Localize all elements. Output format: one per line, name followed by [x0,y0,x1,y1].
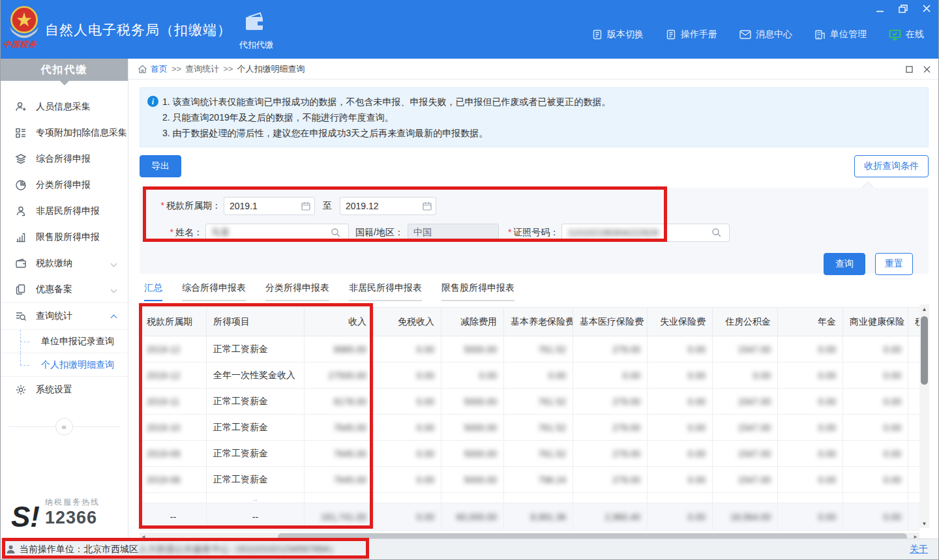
notice-panel: i 1. 该查询统计表仅能查询已申报成功的数据，不包含未申报、申报失败，已申报但… [140,87,929,147]
period-to-field[interactable] [340,197,436,215]
sidebar-item-special-deduction[interactable]: 专项附加扣除信息采集 [1,120,128,146]
table-cell [140,493,207,503]
sidebar-item-restricted-shares[interactable]: 限售股所得申报 [1,224,128,250]
period-to-input[interactable] [340,198,436,214]
online-status[interactable]: 在线 [889,29,924,40]
menu-message-center[interactable]: 消息中心 [739,29,792,40]
sidebar-item-system-settings[interactable]: 系统设置 [1,377,128,403]
sidebar-item-label: 分类所得申报 [36,179,91,191]
about-link[interactable]: 关于 [910,544,928,555]
sidebar-collapse-button[interactable]: « [55,418,73,435]
menu-manual[interactable]: 操作手册 [666,29,717,40]
close-button[interactable] [921,4,932,13]
notice-line: 2. 只能查询2019年及之后的数据，不能进行跨年度查询。 [162,110,917,125]
scroll-up-arrow[interactable]: ▲ [919,304,929,314]
module-daikou-daijiao[interactable]: 代扣代缴 [230,12,282,51]
table-cell: 60,000.00 [441,503,504,531]
tab-restricted-shares[interactable]: 限售股所得申报表 [441,282,514,301]
period-from-field[interactable] [224,197,315,215]
search-icon[interactable] [331,228,341,238]
sidebar: 代扣代缴 人员信息采集 专项附加扣除信息采集 [1,59,128,538]
sidebar-subitem-personal-withholding-query[interactable]: 个人扣缴明细查询 [1,353,128,376]
calendar-icon[interactable] [423,201,432,211]
wallet-module-icon [245,12,268,33]
current-unit-text: 当前操作单位：北京市西城区 [20,544,138,555]
collapse-query-button[interactable]: 收折查询条件 [854,155,929,177]
table-cell: 0.00 [778,336,843,362]
table-cell: 7645.00 [305,415,374,441]
scroll-right-arrow[interactable]: ► [912,533,919,538]
table-cell: 0.00 [843,389,908,415]
table-cell: 0.00 [374,415,441,441]
horizontal-scroll-thumb[interactable] [278,533,907,538]
tab-nonresident-income[interactable]: 非居民所得申报表 [349,282,422,301]
sidebar-item-label: 优惠备案 [36,284,72,295]
tax-emblem-logo [6,4,42,40]
name-label: 姓名： [175,227,203,237]
table-cell: 761.52 [504,415,573,441]
breadcrumb-home[interactable]: 首页 [151,63,168,75]
table-cell: 0.00 [778,467,843,493]
table-cell [908,493,920,503]
app-title: 自然人电子税务局（扣缴端） [45,21,231,39]
gear-icon [15,384,27,396]
table-cell: 279.00 [573,389,648,415]
search-icon[interactable] [711,228,722,238]
name-field[interactable] [205,224,349,242]
sidebar-subitem-unit-declare-query[interactable]: 单位申报记录查询 [1,329,128,353]
table-cell: 279.00 [573,415,648,441]
toolbar: 导出 收折查询条件 [140,155,929,177]
table-cell: 5000.00 [441,441,504,467]
sidebar-item-comprehensive-income[interactable]: 综合所得申报 [1,146,128,172]
menu-label: 操作手册 [681,29,717,40]
restore-button[interactable] [898,4,908,13]
horizontal-scrollbar[interactable]: ◄ ► [140,533,919,538]
sidebar-item-query-statistics[interactable]: 查询统计 [1,303,128,329]
scroll-down-arrow[interactable]: ▼ [919,519,929,528]
table-cell: 7645.00 [305,441,374,467]
search-button[interactable]: 查询 [824,253,865,275]
tab-summary[interactable]: 汇总 [144,282,162,301]
sidebar-item-label: 专项附加扣除信息采集 [36,127,127,139]
table-cell [305,493,374,503]
sidebar-item-tax-payment[interactable]: 税款缴纳 [1,250,128,276]
table-cell: 0.00 [843,362,908,389]
calendar-icon[interactable] [301,201,310,211]
building-icon [814,29,826,40]
menu-unit-management[interactable]: 单位管理 [814,29,867,40]
reset-button[interactable]: 重置 [875,253,913,275]
menu-version-switch[interactable]: 版本切换 [592,29,644,40]
sidebar-item-label: 税款缴纳 [36,258,72,269]
table-cell: 2019-08 [140,467,207,493]
table-cell: .. [207,493,305,503]
id-number-field[interactable] [561,224,730,242]
vertical-scroll-thumb[interactable] [921,316,928,385]
name-input[interactable] [206,224,348,241]
app-window: 中国税务 自然人电子税务局（扣缴端） 代扣代缴 版本切换 [0,0,939,560]
table-cell: 9178.00 [305,389,374,415]
tab-comprehensive-income[interactable]: 综合所得申报表 [182,282,246,301]
sidebar-item-personnel-info[interactable]: 人员信息采集 [1,94,128,120]
export-button[interactable]: 导出 [140,155,181,177]
id-number-input[interactable] [562,224,729,241]
table-cell: 9985.00 [305,336,374,362]
sidebar-item-classified-income[interactable]: 分类所得申报 [1,172,128,198]
table-cell [908,336,920,362]
table-cell: 0.00 [573,362,648,389]
panel-close-button[interactable] [923,66,931,73]
minimize-button[interactable] [874,4,885,13]
table-row: 2019-10正常工资薪金7645.000.005000.00761.52279… [140,415,920,441]
sidebar-item-preference-filing[interactable]: 优惠备案 [1,276,128,302]
tab-classified-income[interactable]: 分类所得申报表 [265,282,329,301]
table-cell: 0.00 [374,362,441,389]
table-cell: 8,991.36 [504,503,573,531]
scroll-left-arrow[interactable]: ◄ [140,533,147,538]
table-cell: 正常工资薪金 [207,389,305,415]
summary-table-wrap: 税款所属期所得项目收入免税收入减除费用基本养老保险费基本医疗保险费失业保险费住房… [140,307,919,531]
sidebar-item-label: 查询统计 [36,310,72,322]
sidebar-item-nonresident-income[interactable]: 非居民所得申报 [1,198,128,224]
panel-maximize-button[interactable] [906,66,913,73]
chevron-down-icon [111,260,117,267]
vertical-scrollbar[interactable]: ▲ ▼ [919,304,929,528]
id-number-label: 证照号码： [513,227,559,237]
